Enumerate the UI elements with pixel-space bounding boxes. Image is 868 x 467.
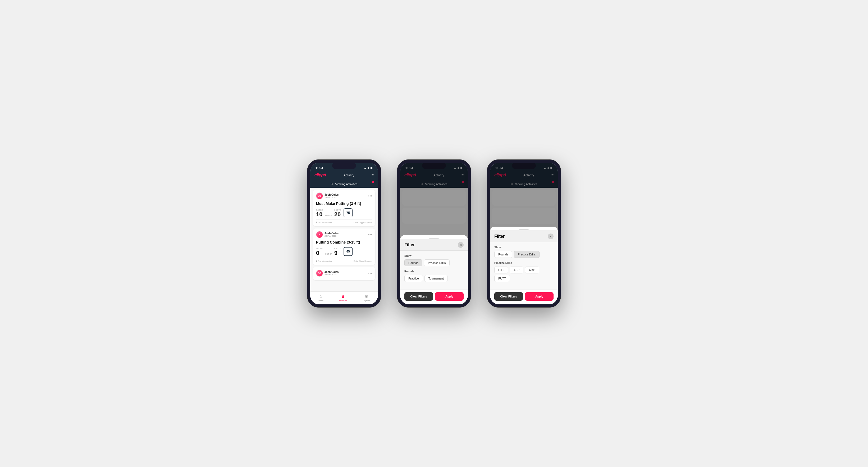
shots-value-1: 20 xyxy=(334,212,341,217)
shots-label-1: Shots xyxy=(334,209,341,211)
filter-actions-3: Clear Filters Apply xyxy=(490,289,558,304)
info-text-1: ℹ Test Information xyxy=(316,221,332,224)
score-value-2: 0 xyxy=(316,250,323,256)
avatar-2: JC xyxy=(316,231,323,238)
phone-screen-1: 11:33 ▲ ◈ ▣ clippd Activity ≡ ⊞ Viewing … xyxy=(310,163,378,304)
filter-title-3: Filter xyxy=(494,234,505,239)
user-name-3: Josh Coles xyxy=(324,271,339,274)
show-label-3: Show xyxy=(494,246,554,249)
show-label-2: Show xyxy=(404,254,464,257)
filter-close-2[interactable]: ✕ xyxy=(458,242,464,248)
user-name-2: Josh Coles xyxy=(324,232,339,235)
user-date-1: 28 Feb 2023 xyxy=(324,196,339,198)
more-options-1[interactable]: ••• xyxy=(368,194,372,198)
shot-quality-badge-2: 45 xyxy=(344,247,352,256)
chip-practice-drills-2[interactable]: Practice Drills xyxy=(424,259,450,266)
show-chips-2: Rounds Practice Drills xyxy=(404,259,464,266)
filter-overlay-3: Filter ✕ Show Rounds Practice Drills Pra… xyxy=(490,163,558,304)
shots-label-2: Shots xyxy=(334,248,341,250)
user-info-2: JC Josh Coles 28 Feb 2023 xyxy=(316,231,339,238)
viewing-banner-text-1: Viewing Activities xyxy=(335,183,357,186)
practice-drills-chips-3: OTT APP ARG PUTT xyxy=(494,267,554,282)
nav-activities[interactable]: ♟ Activities xyxy=(339,294,347,302)
avatar-3: JC xyxy=(316,270,323,277)
show-chips-3: Rounds Practice Drills xyxy=(494,251,554,258)
screens-container: 11:33 ▲ ◈ ▣ clippd Activity ≡ ⊞ Viewing … xyxy=(307,159,561,308)
card-footer-1: ℹ Test Information Data: Clippd Capture xyxy=(316,219,372,224)
chip-putt-3[interactable]: PUTT xyxy=(494,275,510,282)
data-text-2: Data: Clippd Capture xyxy=(353,260,372,262)
chip-arg-3[interactable]: ARG xyxy=(525,267,539,274)
nav-home[interactable]: ⌂ Home xyxy=(318,294,323,302)
shot-quality-value-1: 75 xyxy=(346,211,350,215)
practice-drills-label-3: Practice Drills xyxy=(494,261,554,264)
chip-tournament-2[interactable]: Tournament xyxy=(425,275,448,282)
card-header-3: JC Josh Coles 28 Feb 2023 ••• xyxy=(316,270,372,277)
filter-header-2: Filter ✕ xyxy=(400,239,468,251)
clear-filters-btn-2[interactable]: Clear Filters xyxy=(404,292,433,301)
chip-rounds-2[interactable]: Rounds xyxy=(404,259,422,266)
app-header-1: clippd Activity ≡ xyxy=(310,171,378,180)
filter-title-2: Filter xyxy=(404,243,415,247)
app-title-1: Activity xyxy=(343,173,354,177)
capture-icon: ⊕ xyxy=(365,294,368,299)
user-info-3: JC Josh Coles 28 Feb 2023 xyxy=(316,270,339,277)
phone-screen-3: 11:33 ▲ ◈ ▣ clippd Activity ≡ ⊞ Viewing … xyxy=(490,163,558,304)
chip-ott-3[interactable]: OTT xyxy=(494,267,508,274)
activities-icon: ♟ xyxy=(341,294,345,299)
chip-practice-2[interactable]: Practice xyxy=(404,275,423,282)
apply-btn-3[interactable]: Apply xyxy=(525,292,554,301)
phone-2: 11:33 ▲ ◈ ▣ clippd Activity ≡ ⊞ Viewing … xyxy=(397,159,471,308)
chip-app-3[interactable]: APP xyxy=(509,267,523,274)
nav-home-label: Home xyxy=(318,299,323,302)
user-name-1: Josh Coles xyxy=(324,193,339,196)
stats-row-2: Score 0 OUT OF Shots 9 45 xyxy=(316,247,372,256)
score-label-1: Score xyxy=(316,209,323,211)
nav-capture[interactable]: ⊕ Capture xyxy=(363,294,370,302)
filter-actions-2: Clear Filters Apply xyxy=(400,289,468,304)
shot-quality-value-2: 45 xyxy=(346,250,350,253)
clear-filters-btn-3[interactable]: Clear Filters xyxy=(494,292,523,301)
filter-overlay-2: Filter ✕ Show Rounds Practice Drills Rou… xyxy=(400,163,468,304)
more-options-2[interactable]: ••• xyxy=(368,232,372,237)
activity-card-3: JC Josh Coles 28 Feb 2023 ••• xyxy=(313,267,375,280)
data-text-1: Data: Clippd Capture xyxy=(353,221,372,224)
chip-rounds-3[interactable]: Rounds xyxy=(494,251,512,258)
filter-close-3[interactable]: ✕ xyxy=(548,234,554,239)
activity-card-1: JC Josh Coles 28 Feb 2023 ••• Must Make … xyxy=(313,190,375,226)
card-footer-2: ℹ Test Information Data: Clippd Capture xyxy=(316,258,372,262)
status-icons-1: ▲ ◈ ▣ xyxy=(364,166,373,169)
signal-icon: ▲ xyxy=(364,166,366,169)
battery-icon: ▣ xyxy=(370,166,373,169)
user-date-3: 28 Feb 2023 xyxy=(324,274,339,276)
activity-card-2: JC Josh Coles 28 Feb 2023 ••• Putting Co… xyxy=(313,228,375,265)
more-options-3[interactable]: ••• xyxy=(368,271,372,275)
bottom-nav-1: ⌂ Home ♟ Activities ⊕ Capture xyxy=(310,291,378,304)
info-text-2: ℹ Test Information xyxy=(316,260,332,262)
info-icon-2: ℹ xyxy=(316,260,317,262)
screen-content-1: JC Josh Coles 28 Feb 2023 ••• Must Make … xyxy=(310,188,378,291)
card-header-2: JC Josh Coles 28 Feb 2023 ••• xyxy=(316,231,372,238)
card-header-1: JC Josh Coles 28 Feb 2023 ••• xyxy=(316,192,372,199)
out-of-1: OUT OF xyxy=(325,214,332,216)
rounds-chips-2: Practice Tournament xyxy=(404,275,464,282)
activity-title-1: Must Make Putting (3-6 ft) xyxy=(316,201,372,206)
nav-capture-label: Capture xyxy=(363,299,370,302)
user-info-1: JC Josh Coles 28 Feb 2023 xyxy=(316,192,339,199)
activity-title-2: Putting Combine (3-15 ft) xyxy=(316,240,372,244)
filter-body-2: Show Rounds Practice Drills Rounds Pract… xyxy=(400,251,468,289)
shots-value-2: 9 xyxy=(334,250,341,256)
chip-practice-drills-3[interactable]: Practice Drills xyxy=(514,251,539,258)
apply-btn-2[interactable]: Apply xyxy=(435,292,464,301)
filter-sheet-2: Filter ✕ Show Rounds Practice Drills Rou… xyxy=(400,235,468,304)
phone-1: 11:33 ▲ ◈ ▣ clippd Activity ≡ ⊞ Viewing … xyxy=(307,159,381,308)
score-value-1: 10 xyxy=(316,212,323,217)
phone-screen-2: 11:33 ▲ ◈ ▣ clippd Activity ≡ ⊞ Viewing … xyxy=(400,163,468,304)
nav-activities-label: Activities xyxy=(339,299,347,302)
score-label-2: Score xyxy=(316,248,323,250)
out-of-2: OUT OF xyxy=(325,253,332,255)
viewing-banner-1[interactable]: ⊞ Viewing Activities xyxy=(310,180,378,188)
home-icon: ⌂ xyxy=(319,294,322,299)
stats-row-1: Score 10 OUT OF Shots 20 75 xyxy=(316,208,372,217)
menu-icon-1[interactable]: ≡ xyxy=(372,173,374,177)
